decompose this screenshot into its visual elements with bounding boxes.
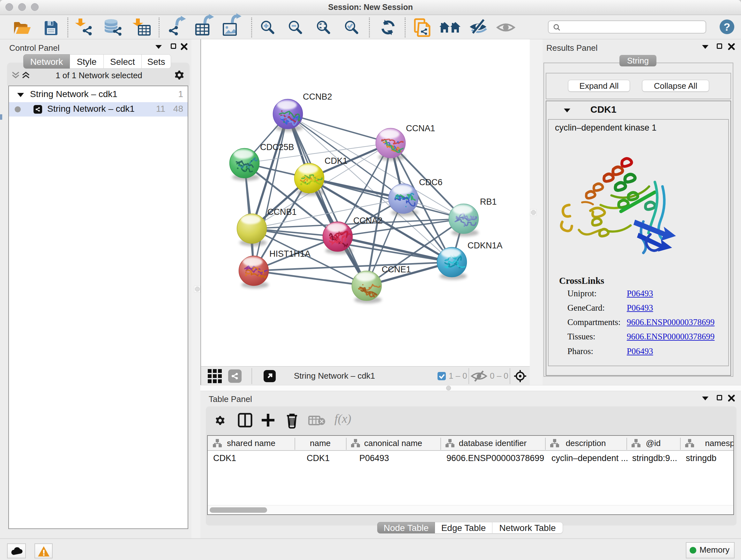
svg-text:CCNA2: CCNA2 [353, 216, 383, 226]
svg-text:RB1: RB1 [480, 197, 497, 206]
svg-text:CCNB1: CCNB1 [267, 207, 297, 217]
svg-text:CDKN1A: CDKN1A [468, 241, 502, 250]
svg-text:CDC6: CDC6 [419, 178, 443, 187]
svg-text:CCNB2: CCNB2 [303, 92, 332, 102]
svg-text:CCNE1: CCNE1 [382, 265, 411, 274]
svg-text:CDC25B: CDC25B [260, 142, 294, 152]
svg-text:CCNA1: CCNA1 [406, 124, 435, 133]
svg-text:CDK1: CDK1 [325, 156, 347, 166]
svg-text:HIST1H1A: HIST1H1A [269, 249, 311, 259]
